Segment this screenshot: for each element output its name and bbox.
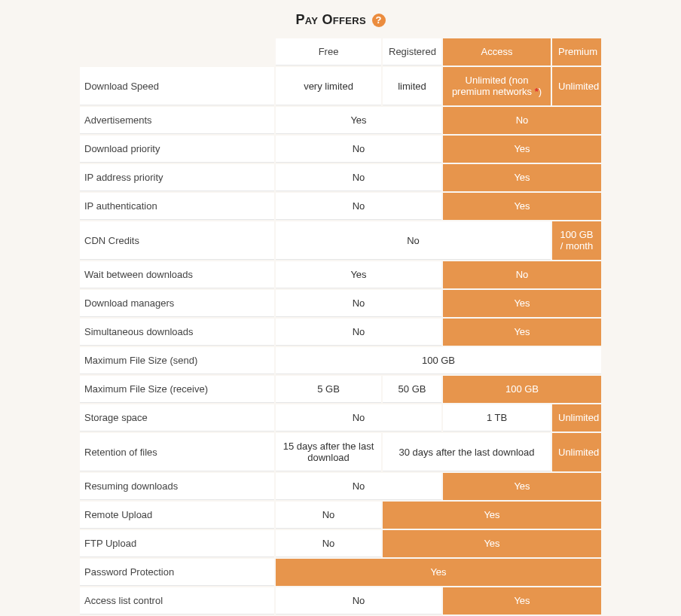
row-download-speed: Download Speed very limited limited Unli…: [80, 67, 601, 105]
cell-premium: Unlimited: [552, 404, 601, 432]
cell-free-reg: No: [276, 136, 441, 163]
page-title: Pay Offers: [295, 12, 366, 28]
cell-premium: Unlimited: [552, 433, 601, 471]
cell-free: 5 GB: [276, 376, 381, 403]
cell-free-reg: No: [276, 193, 441, 220]
cell-label: Maximum File Size (send): [80, 347, 274, 374]
row-advertisements: Advertisements Yes No: [80, 107, 601, 134]
page-title-wrap: Pay Offers ?: [0, 12, 681, 28]
cell-label: Download managers: [80, 290, 274, 317]
cell-free-reg: No: [276, 473, 441, 500]
plan-free-header: Free: [276, 38, 381, 66]
cell-label: Access list control: [80, 587, 274, 614]
cell-label: Password Protection: [80, 559, 274, 586]
cell-free-reg: No: [276, 404, 441, 432]
cell-label: Retention of files: [80, 433, 274, 471]
cell-acc-prem: Yes: [443, 290, 601, 317]
cell-free-reg: Yes: [276, 261, 441, 288]
cell-acc-prem: Yes: [443, 193, 601, 220]
cell-free-reg: No: [276, 587, 441, 614]
cell-reg-acc-prem: Yes: [383, 530, 601, 557]
row-max-file-size-send: Maximum File Size (send) 100 GB: [80, 347, 601, 374]
cell-all: 100 GB: [276, 347, 601, 374]
cell-reg-acc-prem: Yes: [383, 502, 601, 529]
cell-premium: Unlimited: [552, 67, 601, 105]
cell-label: IP authentication: [80, 193, 274, 220]
cell-label: Download Speed: [80, 67, 274, 105]
row-wait-between-downloads: Wait between downloads Yes No: [80, 261, 601, 288]
cell-access: Unlimited (non premium networks *): [443, 67, 551, 105]
cell-acc-prem: 100 GB: [443, 376, 601, 403]
cell-acc-prem: Yes: [443, 164, 601, 191]
row-download-priority: Download priority No Yes: [80, 136, 601, 163]
row-download-managers: Download managers No Yes: [80, 290, 601, 317]
row-ip-authentication: IP authentication No Yes: [80, 193, 601, 220]
cell-free: very limited: [276, 67, 381, 105]
table-header-row: Free Registered Access Premium: [80, 38, 601, 66]
cell-label: Storage space: [80, 404, 274, 432]
cell-label: CDN Credits: [80, 221, 274, 260]
cell-free-reg-acc: No: [276, 221, 551, 260]
cell-registered: 50 GB: [383, 376, 441, 403]
access-speed-suffix: ): [539, 86, 542, 97]
cell-label: Advertisements: [80, 107, 274, 134]
row-ftp-upload: FTP Upload No Yes: [80, 530, 601, 557]
cell-label: FTP Upload: [80, 530, 274, 557]
cell-label: Simultaneous downloads: [80, 319, 274, 346]
cell-access: 1 TB: [443, 404, 551, 432]
cell-premium: 100 GB / month: [552, 221, 601, 260]
row-cdn-credits: CDN Credits No 100 GB / month: [80, 221, 601, 260]
cell-free: 15 days after the last download: [276, 433, 381, 471]
cell-reg-acc: 30 days after the last download: [383, 433, 551, 471]
cell-label: Download priority: [80, 136, 274, 163]
cell-all: Yes: [276, 559, 601, 586]
cell-label: Maximum File Size (receive): [80, 376, 274, 403]
access-speed-text: Unlimited (non premium networks: [452, 75, 535, 97]
cell-free-reg: Yes: [276, 107, 441, 134]
cell-acc-prem: Yes: [443, 136, 601, 163]
cell-label: Wait between downloads: [80, 261, 274, 288]
row-storage-space: Storage space No 1 TB Unlimited: [80, 404, 601, 432]
row-retention-of-files: Retention of files 15 days after the las…: [80, 433, 601, 471]
offers-table: Free Registered Access Premium Download …: [78, 37, 603, 616]
cell-acc-prem: No: [443, 261, 601, 288]
cell-label: IP address priority: [80, 164, 274, 191]
cell-label: Resuming downloads: [80, 473, 274, 500]
cell-acc-prem: Yes: [443, 473, 601, 500]
cell-acc-prem: Yes: [443, 587, 601, 614]
row-simultaneous-downloads: Simultaneous downloads No Yes: [80, 319, 601, 346]
cell-acc-prem: No: [443, 107, 601, 134]
row-resuming-downloads: Resuming downloads No Yes: [80, 473, 601, 500]
header-blank: [80, 38, 274, 66]
plan-registered-header: Registered: [383, 38, 441, 66]
cell-registered: limited: [383, 67, 441, 105]
cell-label: Remote Upload: [80, 502, 274, 529]
plan-premium-header: Premium: [552, 38, 601, 66]
cell-free: No: [276, 530, 381, 557]
row-ip-address-priority: IP address priority No Yes: [80, 164, 601, 191]
row-remote-upload: Remote Upload No Yes: [80, 502, 601, 529]
cell-free-reg: No: [276, 164, 441, 191]
plan-access-header: Access: [443, 38, 551, 66]
cell-free: No: [276, 502, 381, 529]
row-password-protection: Password Protection Yes: [80, 559, 601, 586]
row-max-file-size-receive: Maximum File Size (receive) 5 GB 50 GB 1…: [80, 376, 601, 403]
help-icon[interactable]: ?: [372, 14, 386, 27]
row-access-list-control: Access list control No Yes: [80, 587, 601, 614]
cell-acc-prem: Yes: [443, 319, 601, 346]
cell-free-reg: No: [276, 290, 441, 317]
cell-free-reg: No: [276, 319, 441, 346]
